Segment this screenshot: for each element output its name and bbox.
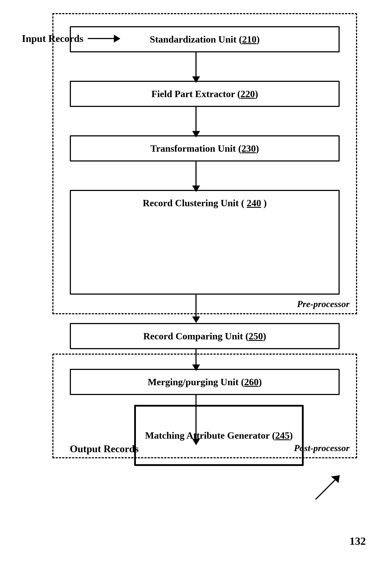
arrow-line-4 xyxy=(196,295,196,316)
arrow-4 xyxy=(192,295,200,323)
record-clustering-unit-box: Record Clustering Unit ( 240 ) Matching … xyxy=(70,190,340,295)
arrow-1 xyxy=(192,52,200,83)
output-records-label: Output Records xyxy=(70,443,139,454)
arrow-line-6 xyxy=(196,395,196,439)
arrow-6 xyxy=(192,395,200,445)
arrow-line-3 xyxy=(196,161,196,185)
standardization-unit-box: Standardization Unit (210) xyxy=(70,26,340,52)
arrow-line-2 xyxy=(196,107,196,131)
arrow-head-4 xyxy=(192,316,200,323)
merging-purging-unit-box: Merging/purging Unit (260) xyxy=(70,369,340,395)
postprocessor-label: Post-processor xyxy=(294,443,350,453)
arrow-3 xyxy=(192,161,200,192)
record-comparing-unit-box: Record Comparing Unit (250) xyxy=(70,323,340,349)
diagram-container: Input Records Pre-processor Standardizat… xyxy=(22,9,370,558)
record-clustering-unit-label: Record Clustering Unit ( 240 ) xyxy=(71,198,338,209)
transformation-unit-box: Transformation Unit (230) xyxy=(70,135,340,161)
transformation-unit-label: Transformation Unit (230) xyxy=(151,143,259,154)
arrow-head-6 xyxy=(192,439,200,445)
arrow-2 xyxy=(192,107,200,138)
standardization-unit-label: Standardization Unit (210) xyxy=(150,34,260,45)
merging-purging-unit-label: Merging/purging Unit (260) xyxy=(148,376,262,388)
diagonal-arrow-svg xyxy=(309,471,344,506)
figure-number: 132 xyxy=(350,535,366,547)
field-part-extractor-label: Field Part Extractor (220) xyxy=(151,88,258,99)
svg-marker-1 xyxy=(331,475,340,483)
preprocessor-label: Pre-processor xyxy=(297,299,350,309)
output-records-section: Output Records xyxy=(70,443,139,454)
record-comparing-unit-label: Record Comparing Unit (250) xyxy=(143,331,266,342)
field-part-extractor-box: Field Part Extractor (220) xyxy=(70,81,340,107)
arrow-line-1 xyxy=(196,52,196,76)
